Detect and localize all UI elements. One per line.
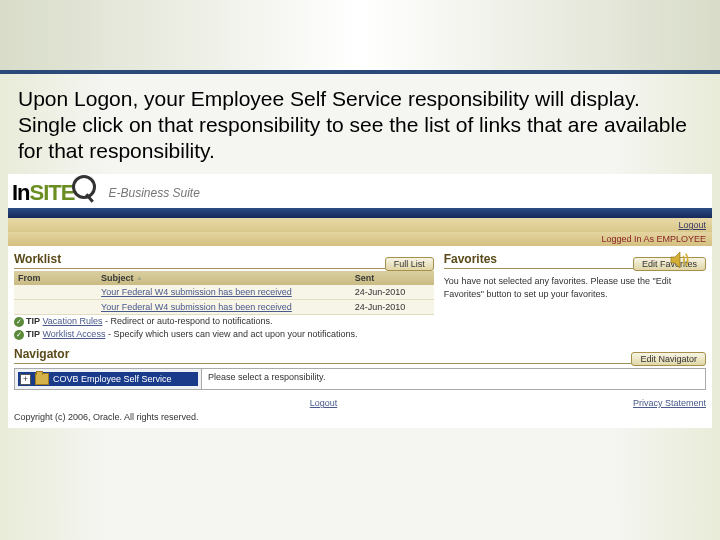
favorites-title: Favorites — [444, 252, 633, 269]
worklist-sent: 24-Jun-2010 — [351, 300, 434, 314]
worklist-row: Your Federal W4 submission has been rece… — [14, 285, 434, 300]
status-bar: Logged In As EMPLOYEE — [8, 232, 712, 246]
navy-band — [8, 208, 712, 218]
worklist-subject-link[interactable]: Your Federal W4 submission has been rece… — [101, 287, 292, 297]
tip-icon: ✓ — [14, 317, 24, 327]
suite-label: E-Business Suite — [108, 186, 199, 200]
logout-link-top[interactable]: Logout — [678, 220, 706, 230]
tip-row: ✓TIP Vacation Rules - Redirect or auto-r… — [14, 315, 434, 328]
col-subject[interactable]: Subject ▲ — [97, 271, 351, 285]
footer-links: Logout Privacy Statement — [8, 392, 712, 410]
edit-navigator-button[interactable]: Edit Navigator — [631, 352, 706, 366]
responsibility-item[interactable]: + COVB Employee Self Service — [18, 372, 198, 386]
expand-icon[interactable]: + — [20, 374, 31, 385]
sort-asc-icon: ▲ — [136, 274, 143, 281]
tip-icon: ✓ — [14, 330, 24, 340]
logout-link-bottom[interactable]: Logout — [310, 398, 338, 408]
logged-in-label: Logged In As EMPLOYEE — [601, 234, 706, 244]
vacation-rules-link[interactable]: Vacation Rules — [43, 316, 103, 326]
worklist-sent: 24-Jun-2010 — [351, 285, 434, 299]
worklist-subject-link[interactable]: Your Federal W4 submission has been rece… — [101, 302, 292, 312]
audio-icon[interactable] — [668, 248, 692, 272]
insite-logo: InSITE E-Business Suite — [12, 180, 200, 206]
folder-icon — [35, 373, 49, 385]
col-from[interactable]: From — [14, 271, 97, 285]
worklist-title: Worklist — [14, 252, 385, 269]
navigator-prompt: Please select a responsibility. — [202, 369, 705, 389]
full-list-button[interactable]: Full List — [385, 257, 434, 271]
slide-top-band — [0, 0, 720, 74]
copyright-text: Copyright (c) 2006, Oracle. All rights r… — [8, 410, 712, 428]
app-header: InSITE E-Business Suite — [8, 174, 712, 208]
magnifier-icon — [68, 175, 98, 205]
privacy-link[interactable]: Privacy Statement — [633, 398, 706, 408]
instruction-caption: Upon Logon, your Employee Self Service r… — [0, 74, 720, 170]
responsibility-label: COVB Employee Self Service — [53, 374, 172, 384]
worklist-row: Your Federal W4 submission has been rece… — [14, 300, 434, 315]
top-link-bar: Logout — [8, 218, 712, 232]
favorites-empty-text: You have not selected any favorites. Ple… — [444, 271, 706, 301]
navigator-body: + COVB Employee Self Service Please sele… — [14, 368, 706, 390]
navigator-title: Navigator — [14, 347, 631, 364]
app-screenshot: InSITE E-Business Suite Logout Logged In… — [8, 174, 712, 428]
worklist-header-row: From Subject ▲ Sent — [14, 271, 434, 285]
tip-row: ✓TIP Worklist Access - Specify which use… — [14, 328, 434, 341]
worklist-access-link[interactable]: Worklist Access — [43, 329, 106, 339]
col-sent[interactable]: Sent — [351, 271, 434, 285]
